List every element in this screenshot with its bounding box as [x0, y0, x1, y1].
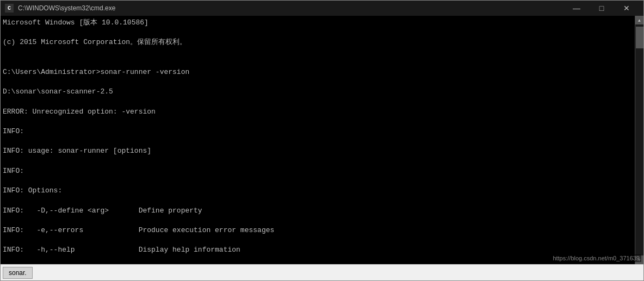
maximize-button[interactable]: □ [589, 1, 614, 16]
close-button[interactable]: ✕ [614, 1, 639, 16]
cmd-window: C C:\WINDOWS\system32\cmd.exe — □ ✕ Micr… [0, 0, 644, 281]
watermark: https://blog.csdn.net/m0_371639 [551, 254, 641, 262]
window-icon-label: C [8, 5, 11, 11]
watermark-text: https://blog.csdn.net/m0_371639 [553, 255, 640, 261]
window-icon: C [5, 4, 14, 13]
console-area: Microsoft Windows [版本 10.0.10586] (c) 20… [1, 16, 643, 264]
scrollbar-thumb[interactable] [636, 27, 643, 48]
taskbar: sonar. [1, 264, 643, 280]
window-controls: — □ ✕ [564, 1, 639, 16]
taskbar-item-0[interactable]: sonar. [3, 267, 33, 279]
scrollbar-track[interactable] [635, 24, 643, 255]
scroll-up-arrow[interactable]: ▲ [635, 16, 644, 24]
window-title: C:\WINDOWS\system32\cmd.exe [18, 4, 564, 12]
scrollbar[interactable]: ▲ ▼ [635, 16, 643, 264]
title-bar: C C:\WINDOWS\system32\cmd.exe — □ ✕ [1, 1, 643, 16]
console-output[interactable]: Microsoft Windows [版本 10.0.10586] (c) 20… [1, 16, 635, 264]
minimize-button[interactable]: — [564, 1, 589, 16]
